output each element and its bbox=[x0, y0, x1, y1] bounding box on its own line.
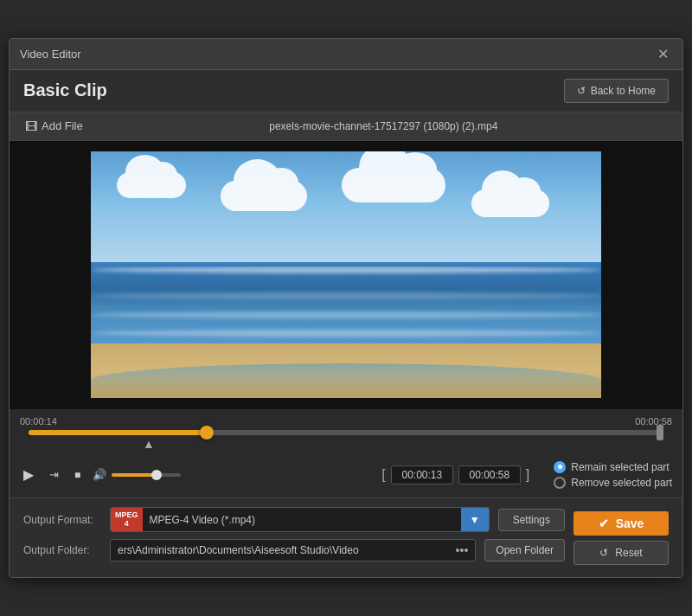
stop-button[interactable]: ■ bbox=[71, 467, 84, 483]
cloud-2 bbox=[221, 181, 307, 211]
play-icon: ▶ bbox=[23, 466, 34, 483]
reset-button[interactable]: ↺ Reset bbox=[573, 541, 669, 565]
format-dropdown-arrow[interactable]: ▼ bbox=[461, 508, 489, 532]
reset-icon: ↺ bbox=[599, 547, 608, 559]
bracket-open-label: [ bbox=[381, 467, 385, 483]
volume-fill bbox=[112, 473, 157, 477]
time-end-label: 00:00:58 bbox=[635, 416, 672, 427]
remove-radio[interactable] bbox=[554, 477, 566, 489]
remain-radio[interactable] bbox=[554, 461, 566, 473]
save-check-icon: ✔ bbox=[599, 517, 609, 530]
sand bbox=[91, 343, 601, 398]
folder-browse-dots[interactable]: ••• bbox=[456, 543, 469, 557]
title-bar: Video Editor ✕ bbox=[10, 39, 682, 70]
add-file-button[interactable]: 🎞 Add File bbox=[20, 118, 88, 135]
remain-selected-option[interactable]: Remain selected part bbox=[554, 461, 672, 473]
beach-scene bbox=[91, 151, 601, 398]
filename-display: pexels-movie-channet-17517297 (1080p) (2… bbox=[95, 120, 672, 132]
bottom-form: Output Format: MPEG4 MPEG-4 Video (*.mp4… bbox=[23, 507, 565, 569]
folder-input: ers\Administrator\Documents\Aiseesoft St… bbox=[110, 539, 476, 561]
time-bracket: [ ] bbox=[381, 465, 529, 484]
open-folder-button[interactable]: Open Folder bbox=[484, 539, 565, 561]
timeline-area: 00:00:14 00:00:58 ▲ bbox=[10, 409, 682, 456]
format-row: Output Format: MPEG4 MPEG-4 Video (*.mp4… bbox=[23, 507, 565, 533]
radio-group: Remain selected part Remove selected par… bbox=[554, 461, 672, 489]
waterline bbox=[91, 363, 601, 398]
save-button[interactable]: ✔ Save bbox=[573, 511, 669, 536]
cloud-4 bbox=[471, 189, 549, 217]
folder-row: Output Folder: ers\Administrator\Documen… bbox=[23, 539, 565, 561]
page-title: Basic Clip bbox=[23, 80, 107, 100]
scrubber-fill bbox=[29, 430, 207, 435]
cloud-3 bbox=[342, 168, 445, 202]
time-start-label: 00:00:14 bbox=[20, 416, 57, 427]
time-labels: 00:00:14 00:00:58 bbox=[20, 416, 672, 427]
toolbar: 🎞 Add File pexels-movie-channet-17517297… bbox=[10, 112, 682, 141]
format-select[interactable]: MPEG4 MPEG-4 Video (*.mp4) ▼ bbox=[110, 507, 490, 533]
time-out-input[interactable] bbox=[458, 465, 521, 484]
format-icon: MPEG4 bbox=[111, 508, 143, 532]
folder-path: ers\Administrator\Documents\Aiseesoft St… bbox=[118, 544, 451, 556]
play-button[interactable]: ▶ bbox=[20, 465, 37, 484]
video-preview bbox=[10, 141, 682, 409]
cloud-1 bbox=[117, 172, 186, 198]
wave-3 bbox=[91, 310, 601, 327]
volume-icon: 🔊 bbox=[93, 468, 106, 481]
wave-1 bbox=[91, 266, 601, 284]
time-in-input[interactable] bbox=[391, 465, 453, 484]
controls-area: ▶ ⇥ ■ 🔊 [ ] Remain selected part bbox=[10, 456, 682, 498]
close-button[interactable]: ✕ bbox=[654, 46, 672, 62]
action-buttons: ✔ Save ↺ Reset bbox=[573, 511, 669, 565]
loop-button[interactable]: ⇥ bbox=[46, 466, 62, 483]
format-label: Output Format: bbox=[23, 514, 101, 526]
add-file-icon: 🎞 bbox=[25, 119, 37, 133]
ocean bbox=[91, 262, 601, 349]
format-text: MPEG-4 Video (*.mp4) bbox=[143, 510, 461, 529]
window-title: Video Editor bbox=[20, 48, 81, 61]
folder-label: Output Folder: bbox=[23, 544, 101, 556]
volume-control: 🔊 bbox=[93, 468, 181, 481]
scrubber-end-marker bbox=[657, 425, 663, 440]
remove-selected-option[interactable]: Remove selected part bbox=[554, 477, 672, 489]
bottom-layout: Output Format: MPEG4 MPEG-4 Video (*.mp4… bbox=[23, 507, 669, 569]
volume-thumb[interactable] bbox=[151, 470, 162, 480]
scrubber-thumb[interactable] bbox=[200, 426, 214, 440]
header-bar: Basic Clip ↺ Back to Home bbox=[10, 70, 682, 112]
options-area: Output Format: MPEG4 MPEG-4 Video (*.mp4… bbox=[10, 498, 682, 578]
wave-2 bbox=[91, 288, 601, 305]
wave-4 bbox=[91, 327, 601, 344]
video-editor-window: Video Editor ✕ Basic Clip ↺ Back to Home… bbox=[9, 38, 683, 579]
bracket-close-label: ] bbox=[526, 467, 529, 483]
trim-handles: ▲ bbox=[29, 435, 663, 452]
loop-icon: ⇥ bbox=[49, 468, 59, 481]
refresh-icon: ↺ bbox=[577, 85, 586, 97]
stop-icon: ■ bbox=[74, 469, 80, 481]
volume-track[interactable] bbox=[112, 473, 181, 477]
settings-button[interactable]: Settings bbox=[498, 509, 565, 531]
scrubber-track[interactable] bbox=[29, 430, 663, 435]
back-to-home-button[interactable]: ↺ Back to Home bbox=[564, 79, 669, 103]
trim-handle-left: ▲ bbox=[143, 437, 155, 451]
